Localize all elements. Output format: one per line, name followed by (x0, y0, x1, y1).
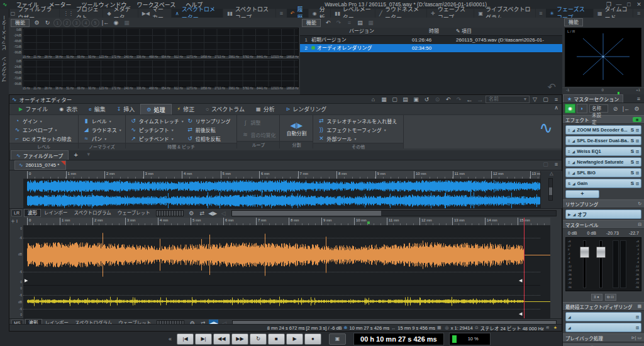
audio-format[interactable]: ステレオ 24 ビット 48 000 Hz (480, 325, 544, 332)
slot-routing-icon[interactable]: S (568, 182, 570, 186)
ribbon-item[interactable]: ∿ピッチシフト▾ (128, 125, 185, 134)
prev-marker-button[interactable]: « (169, 336, 172, 342)
tab-wavescope[interactable]: ✛ウェーブスコープ (427, 9, 475, 18)
plugin-name[interactable]: ZOOM MS Decoder 6... (577, 127, 628, 133)
info-icon[interactable]: ⊙ (433, 96, 442, 103)
effect-slot[interactable]: ≡ ◢ SPL BiG S ⊡ (565, 168, 641, 177)
file-group-dropdown-icon[interactable]: ▾ (84, 150, 93, 158)
plugin-name[interactable]: Newfangled Saturate (577, 159, 628, 165)
ribbon-item[interactable]: ✕外部ツール▾ (316, 134, 401, 143)
slot-routing-icon[interactable]: ≡ (568, 128, 570, 132)
ribbon-tab-correct[interactable]: ⚡修正 (172, 104, 201, 114)
level-options-icon[interactable]: ⊟ (638, 222, 641, 227)
effect-slot[interactable]: ≡ ◢ ZOOM MS Decoder 6... S ⊡ (565, 125, 641, 135)
grid-icon[interactable]: ▦ (366, 19, 375, 26)
overview-view-wavelet[interactable]: ウェーブレット (114, 209, 153, 216)
ribbon-tab-analysis[interactable]: ▦分析 (250, 104, 280, 114)
tab-loudness-meter[interactable]: ╱ラウドネスメーター (375, 9, 427, 18)
gear-icon[interactable]: ⚙ (32, 19, 42, 26)
rewind-button[interactable]: ◀◀ (213, 333, 230, 345)
ribbon-item[interactable]: ▮レベル▾ (81, 116, 123, 125)
playback-header[interactable]: プレイバック処理 ⊳| ▭ (563, 333, 644, 342)
resampling-header[interactable]: リサンプリング ↻ (563, 199, 644, 208)
monitor-button[interactable]: ▣ (329, 333, 346, 345)
edit-cursor[interactable] (524, 218, 525, 318)
ribbon-collapse-icon[interactable]: ∧ (552, 104, 561, 111)
nav-forward-icon[interactable]: → (475, 96, 485, 103)
ribbon-tab-insert[interactable]: ↧挿入 (111, 104, 141, 114)
scroll-thumb[interactable] (232, 211, 381, 216)
final-effects-header[interactable]: 最終段エフェクト/ディザリング ▦ (563, 302, 644, 311)
solo-button[interactable]: S (631, 127, 634, 133)
resampling-slot[interactable]: ▶ ◢ オフ (565, 209, 641, 219)
redo-icon[interactable]: ↷ (334, 19, 343, 26)
file-group-tab[interactable]: ∿ファイルグループ (11, 150, 69, 160)
history-func-button[interactable]: 機能 (302, 19, 321, 27)
gear-icon[interactable]: ⚙ (632, 105, 641, 113)
ribbon-tab-view[interactable]: ◉表示 (53, 104, 83, 114)
preset-number-button[interactable]: 2 (63, 19, 71, 27)
tab-metadata[interactable]: ◆メタデータ (103, 9, 138, 18)
undo-icon[interactable]: ↶ (443, 96, 453, 103)
solo-button[interactable]: S (631, 138, 634, 143)
overview-zoom-slider[interactable] (156, 210, 184, 216)
fader-right[interactable] (596, 247, 606, 258)
tab-spectroscope[interactable]: ▮▮スペクトロスコープ (223, 9, 276, 18)
file-tab[interactable]: ∿ 260115_0745 * (14, 160, 66, 170)
preset-number-button[interactable]: 5 (91, 19, 99, 27)
main-waveform-ch1[interactable] (23, 225, 550, 285)
overview-vscroll[interactable] (548, 178, 553, 201)
folder-icon[interactable]: ▤ (355, 19, 365, 26)
image-icon[interactable]: ▦ (122, 19, 131, 26)
redo-icon[interactable]: ↷ (454, 96, 464, 103)
plugin-name[interactable]: Weiss EQ1 (577, 148, 628, 154)
ribbon-item[interactable]: ◢ラウドネス▾ (81, 125, 123, 134)
time-display[interactable]: 00 h 10 mn 27 s 426 ms (353, 333, 444, 345)
home-icon[interactable]: ⌂ (369, 96, 378, 103)
name-dropdown[interactable]: 名前▾ (486, 96, 530, 103)
window-button[interactable]: ⊡ (636, 325, 639, 330)
ribbon-item[interactable]: ⌐DC オフセットの除去 (12, 134, 75, 143)
end-marker-ch1[interactable]: ◀ (519, 278, 522, 283)
overview-view-spectrogram[interactable]: スペクトログラム (70, 209, 114, 216)
split-view-icon[interactable]: ◀▶ (208, 209, 218, 217)
go-end-button[interactable]: ▶| (195, 333, 212, 345)
ribbon-tab-file[interactable]: ▶ファイル (13, 104, 53, 114)
final-effect-slot-1[interactable]: ◢ ⊡ (565, 312, 641, 321)
solo-button[interactable]: S (631, 148, 634, 154)
window-button[interactable]: ⊡ (636, 315, 639, 319)
effect-slot[interactable]: ≡ ◢ SPL De-Esser Dual-Ba... S ⊡ (565, 136, 641, 145)
panel-options-icon[interactable]: ≡ (552, 96, 561, 103)
plugin-name[interactable]: SPL De-Esser Dual-Ba... (577, 138, 628, 143)
peak-value-left[interactable]: -20.73 (606, 231, 619, 235)
history-row-selected[interactable]: 2 オーディオレンダリング 02:34:50 (300, 44, 562, 52)
open-folder-icon[interactable]: ▤ (401, 96, 410, 103)
col-time[interactable]: 時間 (412, 28, 456, 35)
final-effect-slot-2[interactable]: ◢ ⊡ (565, 323, 641, 332)
ribbon-item[interactable]: ⇄ステレオチャンネルを入れ替え (316, 116, 401, 125)
tab-spectrometer[interactable]: ∧スペクトロメーター (172, 9, 223, 18)
window-button[interactable]: ⊡ (636, 160, 639, 164)
plugin-name[interactable]: Gain (577, 181, 629, 186)
step-icon[interactable]: ≡ (345, 19, 354, 26)
ribbon-tab-spectrum[interactable]: ◌スペクトラム (200, 104, 250, 114)
master-level-header[interactable]: マスターレベル ⊟ (563, 220, 644, 229)
overview-view-waveform[interactable]: 波形 (24, 209, 41, 217)
ribbon-item-auto-split[interactable]: ◀|▶ 自動分割 (282, 116, 310, 141)
gear-icon[interactable]: ⚙ (187, 209, 196, 217)
revert-icon[interactable]: ↺ (422, 96, 431, 103)
go-start-button[interactable]: |◀ (177, 333, 194, 345)
tab-live-spectrogram[interactable]: ▣ライブスペクトログラム (474, 9, 535, 18)
out-icon[interactable]: ⊳| (631, 335, 636, 340)
layout-grid-icon[interactable]: ▦ (379, 96, 389, 103)
play-button[interactable]: ▶ (286, 333, 303, 345)
ribbon-item[interactable]: ↻リサンプリング (185, 116, 235, 125)
save-icon[interactable]: ▣ (411, 96, 421, 103)
stop-button[interactable]: ■ (268, 333, 285, 345)
history-row[interactable]: 1 初期バージョン 01:26:46 260115_0745.wav (D:\t… (300, 36, 562, 44)
col-item[interactable]: ✎ 項目 (456, 28, 562, 35)
resampling-value[interactable]: オフ (577, 211, 639, 218)
panel-options-icon[interactable]: ≡ (536, 9, 547, 18)
ribbon-item[interactable]: ↺位相を反転 (185, 134, 235, 143)
zoom-factor[interactable]: x 1: 29414 (451, 325, 473, 331)
